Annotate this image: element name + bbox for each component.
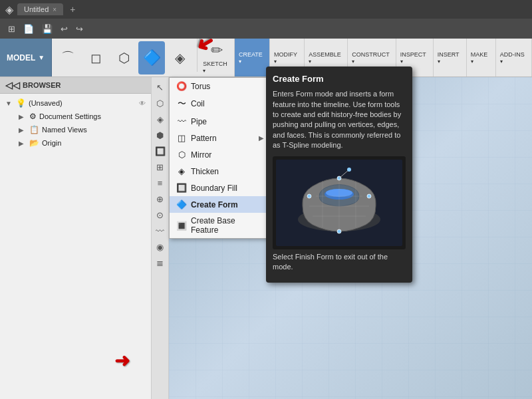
browser-collapse-icon[interactable]: ◁◁ <box>5 80 20 90</box>
vert-btn-shape3[interactable]: ⬢ <box>153 128 168 142</box>
insert-label: INSERT ▾ <box>438 51 462 65</box>
expand-arrow-origin: ▶ <box>19 140 27 147</box>
save-button[interactable]: 💾 <box>39 23 55 35</box>
origin-icon: 📂 <box>29 138 39 148</box>
expand-arrow-unsaved: ▼ <box>5 100 13 107</box>
vert-btn-shape2[interactable]: ◈ <box>153 112 168 126</box>
sketch-label: SKETCH ▾ <box>203 61 230 74</box>
dropdown-boundary-fill[interactable]: 🔲 Boundary Fill <box>170 180 271 196</box>
unsaved-eye[interactable]: 👁 <box>139 100 146 107</box>
create-base-icon: 🔳 <box>176 221 187 231</box>
pipe-icon: 〰 <box>176 116 187 126</box>
tooltip-title: Create Form <box>273 73 406 85</box>
solid-icon: ◈ <box>175 50 185 66</box>
new-tab-button[interactable]: + <box>67 4 78 15</box>
create-base-label: Create Base Feature <box>191 216 264 235</box>
mirror-icon: ⬡ <box>176 150 187 160</box>
thicken-label: Thicken <box>191 167 219 176</box>
sketch-section[interactable]: ✏ SKETCH ▾ <box>199 39 235 76</box>
expand-arrow-doc: ▶ <box>19 113 27 120</box>
grid-menu-button[interactable]: ⊞ <box>5 23 18 35</box>
title-bar: ◈ Untitled × + <box>0 0 532 19</box>
file-button[interactable]: 📄 <box>21 23 37 35</box>
close-tab-button[interactable]: × <box>53 6 57 13</box>
create-form-icon: 🔷 <box>143 49 161 66</box>
vert-btn-wave[interactable]: 〰 <box>153 223 168 238</box>
expand-arrow-views: ▶ <box>19 126 27 134</box>
vert-btn-grid[interactable]: ⊞ <box>153 160 168 174</box>
browser-sidebar: ◁◁ BROWSER ▼ 💡 (Unsaved) 👁 ▶ ⚙ Document … <box>0 77 152 399</box>
dropdown-create-form[interactable]: 🔷 Create Form <box>170 196 271 213</box>
add-ins-label: ADD-INS ▾ <box>500 51 527 65</box>
vert-btn-dot[interactable]: ◉ <box>153 239 168 254</box>
create-dropdown-menu: ⭕ Torus 〜 Coil 〰 Pipe ◫ Pattern ▶ ⬡ Mirr… <box>169 77 271 239</box>
tree-item-unsaved[interactable]: ▼ 💡 (Unsaved) 👁 <box>0 96 151 110</box>
tree-item-named-views[interactable]: ▶ 📋 Named Views <box>0 123 151 136</box>
coil-icon: 〜 <box>176 98 187 110</box>
dropdown-pipe[interactable]: 〰 Pipe <box>170 113 271 130</box>
vert-btn-shape1[interactable]: ⬡ <box>153 96 168 110</box>
add-ins-section[interactable]: ADD-INS ▾ <box>496 39 532 76</box>
dropdown-pattern[interactable]: ◫ Pattern ▶ <box>170 130 271 146</box>
svg-point-12 <box>367 194 371 198</box>
dropdown-coil[interactable]: 〜 Coil <box>170 94 271 113</box>
make-section[interactable]: MAKE ▾ <box>467 39 496 76</box>
create-section[interactable]: CREATE ▾ <box>235 39 270 76</box>
svg-point-13 <box>307 194 311 198</box>
sketch-line-icon: ⌒ <box>61 49 74 66</box>
vert-btn-add[interactable]: ⊕ <box>153 192 168 206</box>
dropdown-create-base[interactable]: 🔳 Create Base Feature <box>170 213 271 238</box>
app-icon: ◈ <box>5 3 13 16</box>
modify-label: MODIFY ▾ <box>274 51 300 65</box>
pattern-label: Pattern <box>191 134 217 143</box>
browser-tree: ▼ 💡 (Unsaved) 👁 ▶ ⚙ Document Settings ▶ … <box>0 94 151 152</box>
create-form-toolbar-btn[interactable]: 🔷 <box>138 41 165 74</box>
create-form-dropdown-label: Create Form <box>191 200 238 209</box>
dropdown-mirror[interactable]: ⬡ Mirror <box>170 146 271 163</box>
undo-button[interactable]: ↩ <box>58 23 70 35</box>
dropdown-torus[interactable]: ⭕ Torus <box>170 78 271 94</box>
torus-icon: ⭕ <box>176 81 187 91</box>
vert-btn-list[interactable]: ≣ <box>153 255 168 270</box>
create-form-dropdown-icon: 🔷 <box>176 200 187 209</box>
tooltip-preview <box>273 156 406 249</box>
tree-item-origin[interactable]: ▶ 📂 Origin <box>0 136 151 150</box>
tab-label: Untitled <box>24 5 49 13</box>
boundary-fill-label: Boundary Fill <box>191 184 237 193</box>
solid-btn[interactable]: ◈ <box>166 41 193 74</box>
torus-label: Torus <box>191 82 210 91</box>
sketch-arc-btn[interactable]: ◻ <box>82 41 109 74</box>
model-preview-svg <box>276 160 402 246</box>
browser-title: BROWSER <box>23 81 61 89</box>
vert-btn-select[interactable]: ↖ <box>153 80 168 94</box>
sketch-arc-icon: ◻ <box>90 50 102 66</box>
sketch-line-btn[interactable]: ⌒ <box>55 41 81 74</box>
construct-label: CONSTRUCT ▾ <box>352 51 392 65</box>
tooltip-finish-note: Select Finish Form to exit out of the mo… <box>273 252 406 273</box>
quick-access-toolbar: ⊞ 📄 💾 ↩ ↪ <box>0 19 532 39</box>
model-selector[interactable]: MODEL ▼ <box>0 39 52 76</box>
coil-label: Coil <box>191 99 205 108</box>
svg-point-14 <box>337 229 341 233</box>
tree-item-doc-settings[interactable]: ▶ ⚙ Document Settings <box>0 110 151 123</box>
vertical-toolbar: ↖ ⬡ ◈ ⬢ 🔲 ⊞ ≡ ⊕ ⊙ 〰 ◉ ≣ <box>152 77 169 399</box>
tooltip-description: Enters Form mode and inserts a form feat… <box>273 89 406 150</box>
doc-settings-label: Document Settings <box>39 112 146 120</box>
pattern-icon: ◫ <box>176 133 187 143</box>
doc-settings-icon: ⚙ <box>29 112 37 121</box>
insert-section[interactable]: INSERT ▾ <box>434 39 467 76</box>
document-tab[interactable]: Untitled × <box>17 3 63 15</box>
assemble-label: ASSEMBLE ▾ <box>309 51 343 65</box>
dropdown-thicken[interactable]: ◈ Thicken <box>170 163 271 180</box>
redo-button[interactable]: ↪ <box>73 23 86 35</box>
sketch-circle-btn[interactable]: ⬡ <box>110 41 137 74</box>
vert-btn-lines[interactable]: ≡ <box>153 176 168 190</box>
origin-label: Origin <box>42 139 146 147</box>
named-views-label: Named Views <box>42 126 146 134</box>
model-label: MODEL <box>7 53 35 63</box>
toolbar-divider-1 <box>197 39 198 72</box>
sketch-icon: ✏ <box>211 42 223 59</box>
vert-btn-circle[interactable]: ⊙ <box>153 207 168 222</box>
vert-btn-rect[interactable]: 🔲 <box>153 144 168 158</box>
mirror-label: Mirror <box>191 150 211 160</box>
